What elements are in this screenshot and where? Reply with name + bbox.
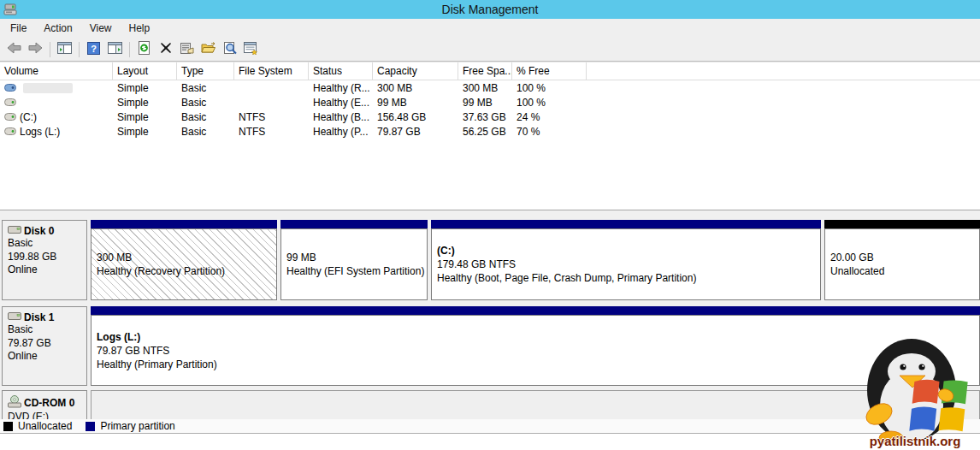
disk-type: Basic (8, 323, 86, 337)
toolbar: ? (0, 38, 980, 62)
disk-name: Disk 1 (24, 311, 54, 323)
volume-icon (4, 111, 16, 123)
column-header-filler (587, 62, 980, 80)
cell-status: Healthy (E... (309, 97, 373, 109)
cell-pct-free: 70 % (512, 126, 587, 138)
column-header-status[interactable]: Status (309, 62, 373, 80)
cell-capacity: 156.48 GB (373, 111, 458, 123)
cell-status: Healthy (P... (309, 126, 373, 138)
partition-logs[interactable]: Logs (L:) 79.87 GB NTFS Healthy (Primary… (91, 306, 980, 386)
help-topics-button[interactable] (240, 39, 262, 59)
refresh-button[interactable] (133, 39, 155, 59)
bottom-strip (0, 433, 980, 450)
cell-capacity: 79.87 GB (373, 126, 458, 138)
console-tree-icon (57, 42, 72, 56)
toolbar-separator (79, 42, 80, 57)
partition-size: 300 MB (97, 251, 276, 264)
column-header-volume[interactable]: Volume (0, 62, 113, 80)
disk-icon (8, 225, 21, 237)
blurred-volume-name (23, 83, 73, 93)
disk-row-cdrom0: CD-ROM 0 DVD (E:) (2, 390, 980, 419)
window-title: Disk Management (0, 3, 980, 16)
partition-status: Healthy (Recovery Partition) (97, 264, 276, 278)
cell-file-system: NTFS (234, 111, 309, 123)
partition-status: Unallocated (830, 264, 979, 278)
forward-arrow-icon (28, 42, 43, 56)
volume-icon (4, 97, 16, 109)
partition-efi[interactable]: 99 MB Healthy (EFI System Partition) (280, 220, 428, 300)
partition-size: 20.00 GB (830, 251, 979, 264)
disk-type: Basic (8, 237, 86, 251)
cell-status: Healthy (R... (309, 82, 373, 94)
table-row[interactable]: Simple Basic Healthy (R... 300 MB 300 MB… (0, 80, 980, 95)
disk-size: 199.88 GB (8, 251, 86, 264)
partition-recovery[interactable]: 300 MB Healthy (Recovery Partition) (91, 220, 277, 300)
menu-help[interactable]: Help (121, 22, 159, 34)
disk1-label[interactable]: Disk 1 Basic 79.87 GB Online (2, 306, 87, 386)
partition-color-bar (824, 220, 980, 228)
menu-view[interactable]: View (81, 22, 121, 34)
volume-list-pane: Volume Layout Type File System Status Ca… (0, 62, 980, 210)
cell-pct-free: 24 % (512, 111, 587, 123)
column-header-free-space[interactable]: Free Spa... (458, 62, 512, 80)
table-row[interactable]: Logs (L:) Simple Basic NTFS Healthy (P..… (0, 124, 980, 139)
disk-name: Disk 0 (24, 225, 54, 237)
legend-bar: Unallocated Primary partition (0, 419, 980, 433)
volume-icon (4, 82, 16, 94)
menu-file[interactable]: File (2, 22, 35, 34)
table-row[interactable]: Simple Basic Healthy (E... 99 MB 99 MB 1… (0, 95, 980, 110)
open-button[interactable] (198, 39, 219, 59)
disk-size: 79.87 GB (8, 337, 86, 351)
disk-icon (8, 311, 21, 323)
back-button[interactable] (3, 39, 25, 59)
delete-button[interactable] (155, 39, 176, 59)
delete-x-icon (160, 42, 172, 56)
disk-row-disk0: Disk 0 Basic 199.88 GB Online 300 MB Hea… (2, 220, 980, 300)
partition-status: Healthy (Primary Partition) (97, 358, 979, 371)
disk-management-window: Disk Management File Action View Help (0, 0, 980, 450)
partition-color-bar (280, 220, 428, 228)
help-icon: ? (87, 42, 100, 57)
disk0-label[interactable]: Disk 0 Basic 199.88 GB Online (2, 220, 87, 300)
volume-name: Logs (L:) (20, 126, 60, 138)
column-header-pct-free[interactable]: % Free (512, 62, 587, 80)
cell-layout: Simple (113, 97, 177, 109)
help-button[interactable]: ? (83, 39, 104, 59)
cell-type: Basic (177, 126, 234, 138)
help-window-icon (244, 42, 258, 57)
show-console-tree-button[interactable] (54, 39, 75, 59)
cdrom0-label[interactable]: CD-ROM 0 DVD (E:) (2, 390, 87, 419)
action-pane-icon (108, 42, 122, 56)
refresh-icon (138, 41, 151, 57)
cell-capacity: 300 MB (373, 82, 458, 94)
cell-layout: Simple (113, 126, 177, 138)
menu-action[interactable]: Action (35, 22, 80, 34)
toolbar-separator (129, 42, 130, 57)
forward-button[interactable] (25, 39, 46, 59)
menu-bar: File Action View Help (0, 19, 980, 38)
cdrom-media-area[interactable] (91, 390, 980, 419)
cell-pct-free: 100 % (512, 82, 587, 94)
partition-color-bar (91, 306, 980, 315)
cell-capacity: 99 MB (373, 97, 458, 109)
cell-type: Basic (177, 82, 234, 94)
cell-pct-free: 100 % (512, 97, 587, 109)
properties-button[interactable] (176, 39, 198, 59)
partition-letter: Logs (L:) (97, 330, 979, 344)
cell-status: Healthy (B... (309, 111, 373, 123)
show-action-pane-button[interactable] (104, 39, 126, 59)
column-header-file-system[interactable]: File System (234, 62, 309, 80)
partition-letter: (C:) (437, 244, 820, 258)
find-button[interactable] (219, 39, 240, 59)
table-row[interactable]: (C:) Simple Basic NTFS Healthy (B... 156… (0, 110, 980, 124)
partition-color-bar (431, 220, 821, 228)
partition-unallocated[interactable]: 20.00 GB Unallocated (824, 220, 980, 300)
partition-status: Healthy (Boot, Page File, Crash Dump, Pr… (437, 271, 820, 285)
partition-c[interactable]: (C:) 179.48 GB NTFS Healthy (Boot, Page … (431, 220, 821, 300)
column-header-layout[interactable]: Layout (113, 62, 177, 80)
cell-file-system: NTFS (234, 126, 309, 138)
cdrom-media: DVD (E:) (8, 411, 86, 419)
partition-size: 99 MB (286, 251, 427, 264)
column-header-capacity[interactable]: Capacity (373, 62, 458, 80)
column-header-type[interactable]: Type (177, 62, 234, 80)
